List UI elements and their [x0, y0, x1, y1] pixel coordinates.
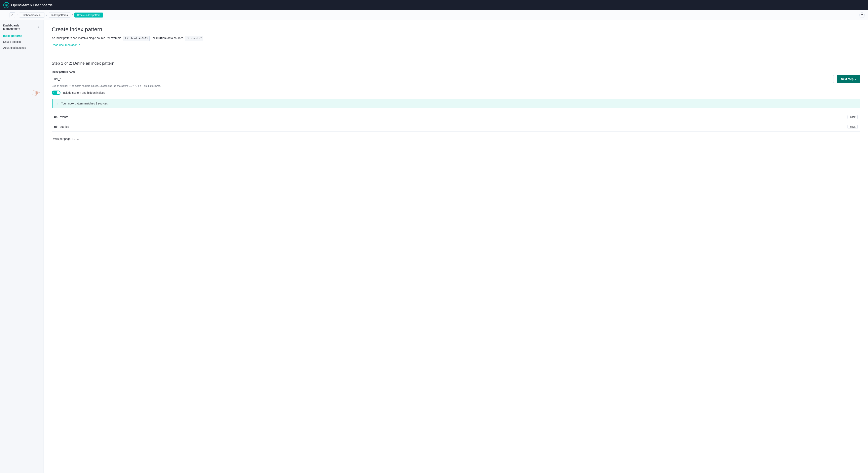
chevron-down-icon: ⌄ — [77, 137, 79, 141]
logo: OpenSearch Dashboards — [3, 2, 53, 8]
opensearch-logo-icon — [3, 2, 9, 8]
table-cell-name-2: ubi_queries — [52, 122, 510, 131]
next-step-label: Next step — [841, 78, 854, 81]
breadcrumb-index-patterns[interactable]: Index patterns — [49, 12, 70, 18]
next-step-arrow-icon: › — [855, 78, 856, 81]
home-button[interactable]: ⌂ — [9, 12, 15, 18]
name-prefix-2: ubi_ — [54, 125, 60, 128]
success-check-icon: ✓ — [57, 102, 59, 106]
table-cell-badge-1: Index — [510, 112, 860, 122]
toggle-track: ✓ — [52, 91, 60, 95]
description-part2: , or — [151, 36, 156, 39]
logo-text: OpenSearch Dashboards — [11, 3, 53, 7]
help-button[interactable]: ? — [859, 12, 865, 18]
breadcrumb-create-index-pattern[interactable]: Create index pattern — [74, 12, 103, 18]
sidebar-title: Dashboards Management ⓘ — [3, 24, 40, 30]
input-row: Next step › — [52, 75, 860, 83]
sidebar-item-advanced-settings[interactable]: Advanced settings — [3, 46, 40, 50]
description-part3: data sources, — [167, 36, 185, 39]
table-row: ubi_queries Index — [52, 122, 860, 131]
sidebar-title-text: Dashboards Management — [3, 24, 37, 30]
external-link-icon: ↗ — [78, 43, 81, 47]
breadcrumb-sep-1: / — [17, 13, 18, 17]
toggle-label-text: Include system and hidden indices — [62, 91, 105, 94]
read-documentation-link[interactable]: Read documentation ↗ — [52, 43, 81, 47]
content-area: Create index pattern An index pattern ca… — [44, 20, 868, 473]
toggle-thumb — [57, 91, 60, 94]
description-text: An index pattern can match a single sour… — [52, 36, 860, 41]
next-step-button[interactable]: Next step › — [837, 75, 860, 83]
info-icon[interactable]: ⓘ — [38, 26, 40, 29]
doc-link-text: Read documentation — [52, 43, 78, 47]
breadcrumb-dashboards-management[interactable]: Dashboards Ma... — [19, 12, 45, 18]
table-cell-name-1: ubi_events — [52, 112, 510, 122]
name-suffix-1: events — [60, 115, 68, 119]
table-cell-badge-2: Index — [510, 122, 860, 131]
description-part1: An index pattern can match a single sour… — [52, 36, 122, 39]
sidebar-item-saved-objects[interactable]: Saved objects — [3, 39, 40, 44]
multiple-text: multiple — [156, 36, 167, 39]
success-banner: ✓ Your index pattern matches 2 sources. — [52, 99, 860, 108]
step-title: Step 1 of 2: Define an index pattern — [52, 61, 860, 66]
sidebar-nav: Index patterns Saved objects Advanced se… — [3, 33, 40, 50]
index-pattern-input[interactable] — [52, 75, 834, 83]
hamburger-button[interactable]: ☰ — [3, 12, 8, 18]
breadcrumb-sep-3: / — [72, 13, 73, 17]
main-layout: Dashboards Management ⓘ Index patterns S… — [0, 20, 868, 473]
sidebar-item-index-patterns[interactable]: Index patterns — [3, 33, 40, 38]
divider — [52, 56, 860, 56]
example-badge-2: filebeat-* — [185, 36, 203, 41]
index-badge-1: Index — [847, 115, 858, 119]
toggle-checkmark: ✓ — [53, 91, 54, 93]
breadcrumb-sep-2: / — [46, 13, 47, 17]
rows-per-page-text: Rows per page: 10 — [52, 137, 75, 141]
svg-point-2 — [6, 5, 7, 6]
name-prefix-1: ubi_ — [54, 115, 60, 119]
success-message: Your index pattern matches 2 sources. — [61, 102, 108, 105]
name-suffix-2: queries — [60, 125, 69, 128]
table-row: ubi_events Index — [52, 112, 860, 122]
rows-per-page-control[interactable]: Rows per page: 10 ⌄ — [52, 135, 860, 143]
hint-text: Use an asterisk (*) to match multiple in… — [52, 85, 860, 87]
sidebar: Dashboards Management ⓘ Index patterns S… — [0, 20, 44, 473]
description-part4: . — [204, 36, 205, 39]
example-badge-1: filebeat-4-3-22 — [124, 36, 150, 41]
results-table: ubi_events Index ubi_queries Index — [52, 112, 860, 132]
toggle-include-system[interactable]: ✓ — [52, 91, 60, 95]
toggle-row: ✓ Include system and hidden indices — [52, 91, 860, 95]
breadcrumb-bar: ☰ ⌂ / Dashboards Ma... / Index patterns … — [0, 10, 868, 20]
index-badge-2: Index — [847, 125, 858, 129]
page-title: Create index pattern — [52, 26, 860, 33]
top-bar: OpenSearch Dashboards — [0, 0, 868, 10]
field-label: Index pattern name — [52, 70, 860, 73]
